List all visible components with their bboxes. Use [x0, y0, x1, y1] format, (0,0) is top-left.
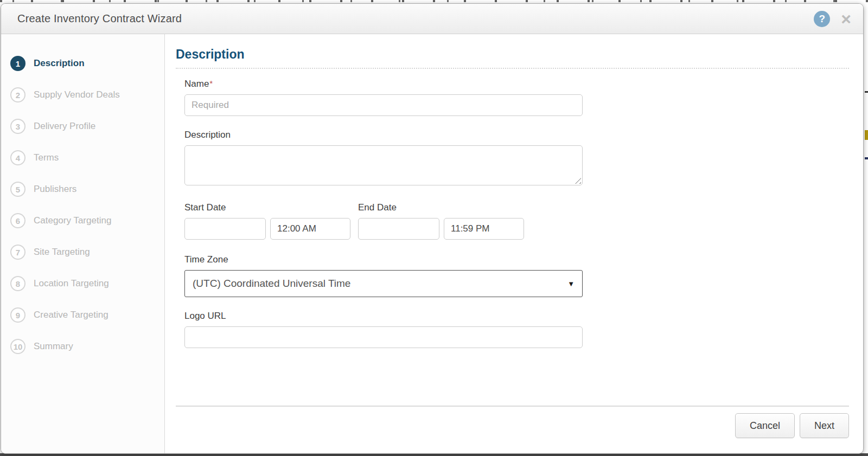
description-textarea[interactable]: [184, 145, 583, 185]
name-label-text: Name: [184, 79, 209, 89]
name-field-group: Name*: [184, 79, 849, 116]
start-date-input[interactable]: [184, 218, 266, 240]
name-label: Name*: [184, 79, 849, 89]
sidebar-step-delivery-profile[interactable]: 3 Delivery Profile: [1, 111, 164, 142]
step-label: Summary: [34, 341, 73, 352]
create-inventory-contract-wizard-modal: Create Inventory Contract Wizard ? × 1 D…: [1, 3, 864, 454]
modal-body: 1 Description 2 Supply Vendor Deals 3 De…: [1, 34, 863, 453]
step-label: Publishers: [34, 184, 76, 195]
help-icon[interactable]: ?: [814, 11, 830, 27]
step-number-badge: 7: [10, 245, 25, 260]
timezone-select[interactable]: (UTC) Coordinated Universal Time ▼: [184, 270, 583, 297]
background-fragment: [865, 157, 868, 159]
step-number-badge: 8: [10, 276, 25, 291]
step-label: Terms: [34, 152, 59, 163]
step-number-badge: 6: [10, 213, 25, 228]
name-input[interactable]: [184, 94, 583, 116]
close-icon[interactable]: ×: [839, 11, 853, 27]
end-date-group: End Date: [358, 202, 524, 240]
step-label: Supply Vendor Deals: [34, 89, 120, 100]
cancel-button[interactable]: Cancel: [735, 413, 795, 438]
required-asterisk: *: [209, 79, 213, 88]
step-label: Delivery Profile: [34, 121, 95, 132]
step-label: Creative Targeting: [34, 310, 108, 320]
sidebar-step-terms[interactable]: 4 Terms: [1, 142, 164, 174]
date-range-row: Start Date End Date: [184, 202, 849, 240]
end-time-input[interactable]: [444, 218, 524, 240]
step-number-badge: 3: [10, 119, 25, 134]
sidebar-step-summary[interactable]: 10 Summary: [1, 331, 164, 362]
step-number-badge: 5: [10, 182, 25, 197]
sidebar-step-creative-targeting[interactable]: 9 Creative Targeting: [1, 299, 164, 331]
start-date-group: Start Date: [184, 202, 350, 240]
step-label: Category Targeting: [34, 215, 111, 226]
description-label: Description: [184, 130, 849, 140]
modal-title: Create Inventory Contract Wizard: [17, 12, 182, 25]
next-button[interactable]: Next: [800, 413, 849, 438]
modal-header: Create Inventory Contract Wizard ? ×: [1, 4, 863, 34]
sidebar-step-site-targeting[interactable]: 7 Site Targeting: [1, 236, 164, 268]
logo-url-field-group: Logo URL: [184, 311, 849, 348]
start-time-input[interactable]: [270, 218, 350, 240]
step-number-badge: 1: [10, 56, 25, 71]
logo-url-input[interactable]: [184, 326, 583, 348]
start-date-label: Start Date: [184, 202, 350, 213]
description-field-group: Description: [184, 130, 849, 185]
step-label: Site Targeting: [34, 247, 90, 258]
sidebar-step-supply-vendor-deals[interactable]: 2 Supply Vendor Deals: [1, 79, 164, 111]
timezone-selected-value: (UTC) Coordinated Universal Time: [193, 278, 350, 290]
step-label: Location Targeting: [34, 278, 109, 289]
page-title: Description: [176, 47, 849, 69]
step-number-badge: 9: [10, 307, 25, 323]
logo-url-label: Logo URL: [184, 311, 849, 322]
time-zone-label: Time Zone: [184, 254, 849, 265]
step-number-badge: 2: [10, 87, 25, 102]
step-number-badge: 4: [10, 150, 25, 165]
dropdown-arrow-icon: ▼: [567, 280, 575, 288]
sidebar-step-location-targeting[interactable]: 8 Location Targeting: [1, 268, 164, 299]
screen: { "window": { "title": "Create Inventory…: [0, 0, 868, 456]
step-number-badge: 10: [10, 339, 25, 354]
background-fragment: [865, 91, 868, 93]
sidebar-step-description[interactable]: 1 Description: [1, 48, 164, 79]
step-label: Description: [34, 58, 85, 69]
sidebar-step-category-targeting[interactable]: 6 Category Targeting: [1, 205, 164, 236]
sidebar-step-publishers[interactable]: 5 Publishers: [1, 174, 164, 205]
wizard-steps: 1 Description 2 Supply Vendor Deals 3 De…: [1, 34, 165, 453]
time-zone-field-group: Time Zone (UTC) Coordinated Universal Ti…: [184, 254, 849, 297]
end-date-input[interactable]: [358, 218, 439, 240]
end-date-label: End Date: [358, 202, 524, 213]
step-content: Description Name* Description Start Date: [165, 34, 863, 453]
description-textarea-wrap: [184, 145, 583, 185]
wizard-footer: Cancel Next: [176, 406, 849, 438]
background-fragment: [865, 130, 868, 140]
description-form: Name* Description Start Date: [176, 69, 849, 362]
background-text-fragment: [0, 0, 868, 2]
header-actions: ? ×: [814, 11, 853, 27]
